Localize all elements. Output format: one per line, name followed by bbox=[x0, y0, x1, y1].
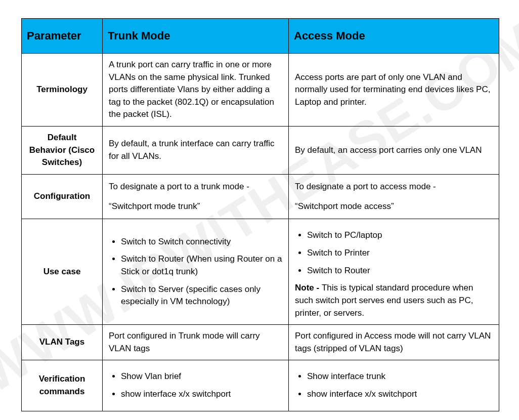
list-item: Switch to Router (When using Router on a… bbox=[121, 253, 282, 278]
cell-verification-trunk: Show Vlan brief show interface x/x switc… bbox=[103, 360, 289, 411]
cell-vlan-tags-access: Port configured in Access mode will not … bbox=[289, 325, 499, 360]
param-label-vlan-tags: VLAN Tags bbox=[22, 325, 103, 360]
cell-use-case-access: Switch to PC/laptop Switch to Printer Sw… bbox=[289, 219, 499, 325]
cell-verification-access: Show interface trunk show interface x/x … bbox=[289, 360, 499, 411]
list-item: Switch to Server (specific cases only es… bbox=[121, 283, 282, 308]
cfg-trunk-line1: To designate a port to a trunk mode - bbox=[109, 181, 282, 193]
list-item: Show Vlan brief bbox=[121, 370, 282, 383]
note-text: This is typical standard procedure when … bbox=[295, 283, 473, 317]
list-item: Switch to Printer bbox=[307, 247, 493, 260]
row-use-case: Use case Switch to Switch connectivity S… bbox=[22, 219, 499, 325]
note-label: Note - bbox=[295, 283, 322, 292]
verification-access-list: Show interface trunk show interface x/x … bbox=[295, 370, 493, 400]
list-item: show interface x/x switchport bbox=[307, 388, 493, 401]
row-terminology: Terminology A trunk port can carry traff… bbox=[22, 53, 499, 126]
param-label-terminology: Terminology bbox=[22, 53, 103, 126]
row-verification: Verification commands Show Vlan brief sh… bbox=[22, 360, 499, 411]
use-case-access-note: Note - This is typical standard procedur… bbox=[295, 282, 493, 319]
table-header-row: Parameter Trunk Mode Access Mode bbox=[22, 19, 499, 54]
use-case-access-list: Switch to PC/laptop Switch to Printer Sw… bbox=[295, 229, 493, 277]
cell-configuration-access: To designate a port to access mode - “Sw… bbox=[289, 175, 499, 219]
row-configuration: Configuration To designate a port to a t… bbox=[22, 175, 499, 219]
comparison-table: Parameter Trunk Mode Access Mode Termino… bbox=[21, 18, 499, 411]
list-item: Show interface trunk bbox=[307, 370, 493, 383]
param-label-verification: Verification commands bbox=[22, 360, 103, 411]
cell-terminology-trunk: A trunk port can carry traffic in one or… bbox=[103, 53, 289, 126]
cell-default-behavior-access: By default, an access port carries only … bbox=[289, 127, 499, 175]
list-item: Switch to Router bbox=[307, 265, 493, 277]
cfg-access-line1: To designate a port to access mode - bbox=[295, 181, 493, 193]
header-parameter: Parameter bbox=[22, 19, 103, 54]
row-vlan-tags: VLAN Tags Port configured in Trunk mode … bbox=[22, 325, 499, 360]
cfg-trunk-line2: “Switchport mode trunk” bbox=[109, 200, 282, 213]
cell-vlan-tags-trunk: Port configured in Trunk mode will carry… bbox=[103, 325, 289, 360]
verification-trunk-list: Show Vlan brief show interface x/x switc… bbox=[109, 370, 282, 400]
param-label-configuration: Configuration bbox=[22, 175, 103, 219]
cfg-access-line2: “Switchport mode access” bbox=[295, 200, 493, 213]
cell-terminology-access: Access ports are part of only one VLAN a… bbox=[289, 53, 499, 126]
use-case-trunk-list: Switch to Switch connectivity Switch to … bbox=[109, 236, 282, 308]
list-item: show interface x/x switchport bbox=[121, 388, 282, 401]
header-trunk-mode: Trunk Mode bbox=[103, 19, 289, 54]
cell-default-behavior-trunk: By default, a trunk interface can carry … bbox=[103, 127, 289, 175]
document-page: WWW.IPWITHEASE.COM Parameter Trunk Mode … bbox=[0, 0, 519, 420]
cell-configuration-trunk: To designate a port to a trunk mode - “S… bbox=[103, 175, 289, 219]
param-label-default-behavior: Default Behavior (Cisco Switches) bbox=[22, 127, 103, 175]
list-item: Switch to Switch connectivity bbox=[121, 236, 282, 248]
header-access-mode: Access Mode bbox=[289, 19, 499, 54]
row-default-behavior: Default Behavior (Cisco Switches) By def… bbox=[22, 127, 499, 175]
param-label-use-case: Use case bbox=[22, 219, 103, 325]
cell-use-case-trunk: Switch to Switch connectivity Switch to … bbox=[103, 219, 289, 325]
list-item: Switch to PC/laptop bbox=[307, 229, 493, 242]
